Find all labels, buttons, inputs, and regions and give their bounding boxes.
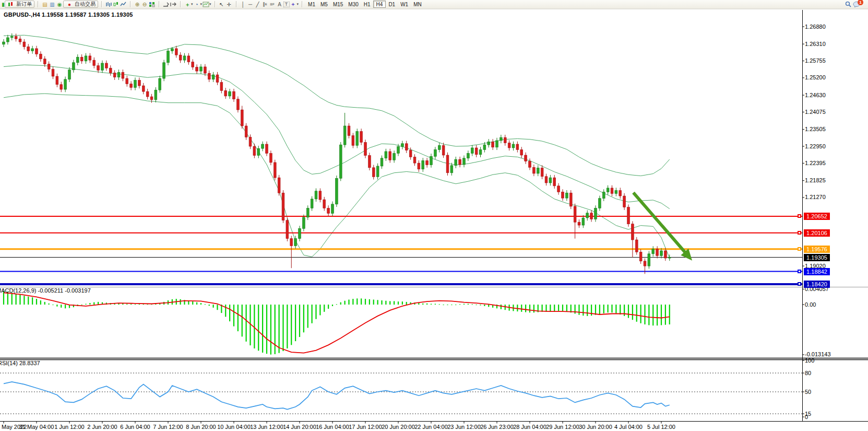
bar-chart-type-icon[interactable]	[105, 1, 112, 8]
candle-body	[241, 110, 243, 126]
market-watch-icon[interactable]: ▤	[41, 1, 49, 8]
timeframe-h1[interactable]: H1	[361, 1, 373, 8]
macd-bar	[525, 305, 526, 312]
candle-body	[171, 49, 173, 51]
line-handle[interactable]	[798, 214, 801, 218]
trendline-icon[interactable]: ╱	[254, 1, 261, 8]
candle-body	[520, 149, 523, 155]
line-handle[interactable]	[798, 247, 801, 251]
candle-body	[253, 146, 256, 155]
timeframe-m1[interactable]: M1	[305, 1, 318, 8]
macd-bar	[32, 297, 33, 305]
signals-icon[interactable]: ◉	[56, 1, 63, 8]
macd-bar	[19, 295, 20, 305]
auto-scroll-icon[interactable]	[162, 1, 170, 8]
search-icon[interactable]	[845, 1, 852, 8]
price-tick-label: 1.24630	[805, 92, 826, 98]
macd-bar	[40, 300, 41, 305]
zoom-out-icon[interactable]: ⊖	[141, 1, 148, 8]
macd-bar	[52, 305, 53, 305]
macd-bar	[529, 305, 530, 312]
candle-body	[274, 162, 276, 178]
macd-bar	[93, 302, 94, 305]
chart-canvas[interactable]	[0, 0, 868, 431]
chat-icon[interactable]: 1	[852, 1, 861, 8]
candle-body	[192, 62, 194, 67]
vertical-line-icon[interactable]: │	[240, 1, 247, 8]
price-tick-label: 1.24075	[805, 109, 826, 115]
candle-body	[236, 99, 239, 110]
candle-body	[93, 60, 96, 65]
time-tick-label: 30 Jun 20:00	[579, 424, 612, 430]
macd-bar	[23, 296, 25, 305]
macd-bar	[533, 305, 534, 312]
line-chart-type-icon[interactable]	[120, 1, 127, 8]
candle-body	[204, 67, 206, 73]
candle-body	[187, 56, 190, 62]
timeframe-m30[interactable]: M30	[346, 1, 361, 8]
macd-bar	[632, 305, 633, 320]
macd-bar	[258, 305, 259, 351]
text-label-icon[interactable]: T	[283, 2, 290, 7]
candle-body	[269, 153, 272, 162]
candle-body	[339, 145, 342, 178]
time-tick-label: 29 Jun 12:00	[546, 424, 579, 430]
candle-body	[381, 158, 383, 166]
candlestick-type-icon[interactable]	[112, 1, 120, 8]
crosshair-icon[interactable]: ✛	[225, 1, 233, 8]
line-handle[interactable]	[798, 231, 801, 235]
macd-bar	[356, 298, 358, 305]
line-handle[interactable]	[798, 282, 801, 286]
candle-body	[167, 51, 170, 63]
price-badge-support-line-orange: 1.19576	[804, 246, 830, 253]
candle-body	[319, 191, 322, 200]
macd-scale-label: 0.00	[805, 301, 816, 308]
zoom-in-icon[interactable]: ⊕	[134, 1, 141, 8]
macd-bar	[126, 304, 127, 305]
candle-body	[130, 84, 133, 88]
candle-body	[422, 160, 424, 169]
line-handle[interactable]	[798, 270, 801, 273]
candle-body	[590, 213, 593, 219]
macd-bar	[369, 299, 370, 305]
candle-body	[635, 240, 638, 252]
timeframe-w1[interactable]: W1	[398, 1, 411, 8]
mt4-window: ▮ 新订单 ▤ ▥ ◉ ● 自动交易	[0, 0, 868, 431]
indicators-add-icon[interactable]: ＋	[184, 1, 191, 8]
candle-body	[249, 137, 252, 146]
timeframe-h4[interactable]: H4	[373, 1, 386, 8]
data-window-icon[interactable]: ▥	[49, 1, 56, 8]
candle-body	[68, 70, 71, 79]
timeframe-m5[interactable]: M5	[318, 1, 330, 8]
templates-icon[interactable]	[202, 1, 209, 8]
candle-body	[163, 63, 165, 78]
candle-body	[117, 72, 120, 77]
cursor-icon[interactable]: ↖	[218, 1, 225, 8]
text-a-icon[interactable]: A	[276, 1, 283, 8]
macd-bar	[628, 305, 629, 318]
price-badge-support-line-navy: 1.18420	[804, 281, 830, 288]
macd-bar	[488, 305, 489, 307]
fibonacci-icon[interactable]: ≡F	[269, 1, 276, 8]
candle-body	[64, 79, 67, 89]
chart-shift-icon[interactable]	[170, 1, 177, 8]
macd-bar	[661, 305, 662, 325]
candle-body	[401, 144, 403, 147]
macd-bar	[180, 299, 181, 305]
new-order-button[interactable]: 新订单	[5, 1, 34, 8]
macd-bar	[332, 305, 333, 306]
arrows-icon[interactable]: ✦	[290, 1, 297, 8]
time-tick-label: 8 Jun 20:00	[186, 424, 216, 430]
timeframe-mn[interactable]: MN	[411, 1, 424, 8]
chat-badge-count: 1	[858, 0, 863, 5]
equidistant-channel-icon[interactable]: ∥E	[261, 1, 269, 8]
timeframe-d1[interactable]: D1	[386, 1, 398, 8]
macd-bar	[644, 305, 645, 324]
auto-trading-button[interactable]: ● 自动交易	[63, 1, 98, 8]
tile-windows-icon[interactable]	[148, 1, 156, 8]
horizontal-line-icon[interactable]: ─	[247, 1, 254, 8]
period-clock-icon[interactable]: ◔	[193, 1, 200, 8]
candle-body	[492, 142, 494, 147]
timeframe-m15[interactable]: M15	[330, 1, 346, 8]
macd-bar	[431, 304, 432, 305]
